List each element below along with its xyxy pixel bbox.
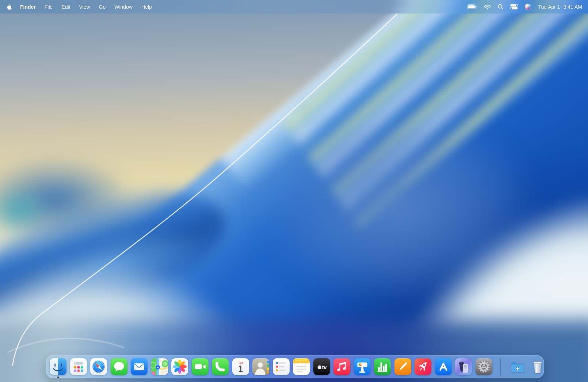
- control-center-icon[interactable]: [510, 4, 518, 9]
- dock-separator: [500, 358, 501, 375]
- desktop-wallpaper[interactable]: [0, 0, 588, 382]
- wave-yellow-streaks: [282, 0, 588, 228]
- menu-view[interactable]: View: [79, 4, 90, 10]
- dock-finder-icon[interactable]: [50, 358, 66, 375]
- menu-app-name[interactable]: Finder: [20, 4, 36, 10]
- dock: Tue 1: [46, 355, 544, 378]
- dock-trash-icon[interactable]: [529, 358, 546, 375]
- menu-help[interactable]: Help: [141, 4, 152, 10]
- apple-logo-icon: [6, 3, 12, 11]
- menu-bar: Finder File Edit View Go Window Help: [0, 0, 588, 14]
- dock-mail-icon[interactable]: [131, 358, 148, 375]
- wallpaper-light-ribbon: [10, 210, 209, 320]
- wave-crest-highlight: [218, 0, 588, 191]
- dock-numbers-icon[interactable]: [374, 358, 391, 375]
- dock-system-settings-icon[interactable]: [476, 358, 492, 375]
- wallpaper-mid-glow: [256, 110, 541, 307]
- dock-apps-icon[interactable]: [70, 358, 87, 375]
- clock-date: Tue Apr 1: [538, 4, 560, 10]
- wallpaper-teal-accent: [0, 186, 51, 234]
- macos-desktop: Finder File Edit View Go Window Help: [0, 0, 588, 382]
- wallpaper-blue-ribbon: [0, 165, 241, 350]
- wallpaper-sky-gradient: [0, 0, 588, 382]
- dock-messages-icon[interactable]: [111, 358, 127, 375]
- dock-notes-icon[interactable]: [293, 358, 310, 375]
- wallpaper-white-curves: [0, 0, 588, 382]
- battery-icon[interactable]: [467, 4, 477, 9]
- wallpaper-blue-wave: [0, 0, 588, 382]
- dock-reminders-icon[interactable]: [273, 358, 290, 375]
- siri-icon[interactable]: [525, 4, 531, 10]
- dock-contacts-icon[interactable]: [252, 358, 269, 375]
- spotlight-search-icon[interactable]: [498, 4, 503, 9]
- dock-calendar-icon[interactable]: Tue 1: [232, 358, 249, 375]
- apple-menu-icon[interactable]: [6, 3, 12, 11]
- menu-bar-status: Tue Apr 1 9:41 AM: [467, 4, 582, 10]
- wallpaper-icy-right: [342, 140, 588, 382]
- dock-safari-icon[interactable]: [90, 358, 107, 375]
- dock-iphone-mirroring-icon[interactable]: [455, 358, 472, 375]
- wave-deep-core: [155, 52, 588, 382]
- dock-appstore-icon[interactable]: [435, 358, 452, 375]
- wave-soft-edge: [0, 102, 337, 382]
- clock-time: 9:41 AM: [564, 4, 582, 10]
- dock-tv-icon[interactable]: tv: [313, 358, 330, 375]
- wifi-icon[interactable]: [484, 4, 491, 9]
- menu-go[interactable]: Go: [99, 4, 106, 10]
- dock-games-icon[interactable]: [415, 358, 431, 375]
- dock-phone-icon[interactable]: [212, 358, 229, 375]
- tv-label: tv: [322, 364, 327, 370]
- menu-bar-left: Finder File Edit View Go Window Help: [6, 3, 152, 11]
- menu-bar-clock[interactable]: Tue Apr 1 9:41 AM: [538, 4, 582, 10]
- dock-facetime-icon[interactable]: [192, 358, 209, 375]
- wallpaper-left-hill: [0, 157, 135, 241]
- menu-edit[interactable]: Edit: [61, 4, 70, 10]
- dock-music-icon[interactable]: [333, 358, 350, 375]
- menu-window[interactable]: Window: [114, 4, 133, 10]
- running-indicator: [57, 377, 59, 378]
- dock-maps-icon[interactable]: [151, 358, 168, 375]
- dock-photos-icon[interactable]: [171, 358, 188, 375]
- dock-keynote-icon[interactable]: [354, 358, 371, 375]
- calendar-day-label: 1: [238, 364, 243, 374]
- dock-pages-icon[interactable]: [394, 358, 411, 375]
- menu-file[interactable]: File: [45, 4, 53, 10]
- dock-downloads-folder[interactable]: [509, 358, 526, 375]
